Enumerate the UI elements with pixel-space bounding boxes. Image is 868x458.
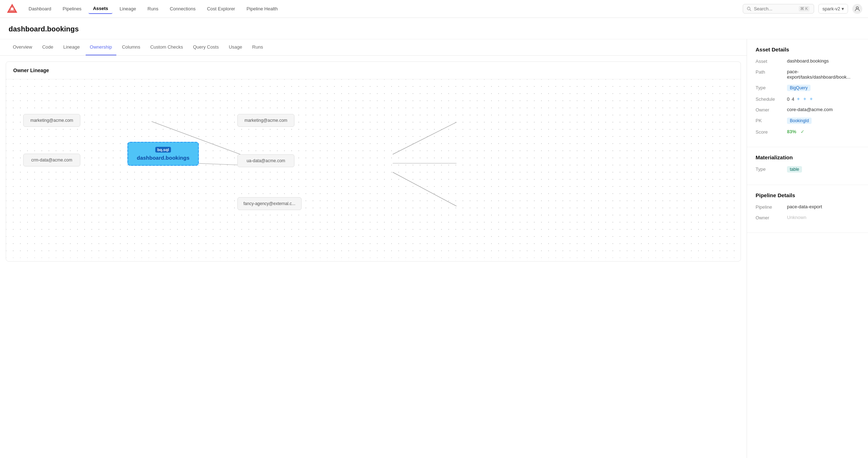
tab-overview[interactable]: Overview (9, 39, 36, 55)
score-value: 83% (787, 129, 796, 134)
detail-row-score: Score 83% ✓ (756, 129, 859, 135)
detail-row-pipeline: Pipeline pace-data-export (756, 204, 859, 210)
detail-row-pk: PK BookingId (756, 118, 859, 124)
tab-columns[interactable]: Columns (118, 39, 145, 55)
detail-value-owner: core-data@acme.com (787, 107, 833, 112)
nav-item-pipeline-health[interactable]: Pipeline Health (242, 4, 282, 14)
detail-label-pipeline-owner: Owner (756, 215, 784, 220)
asset-details-section: Asset Details Asset dashboard.bookings P… (747, 39, 868, 147)
tab-custom-checks[interactable]: Custom Checks (146, 39, 187, 55)
detail-row-mat-type: Type table (756, 166, 859, 173)
page-title-bar: dashboard.bookings (0, 18, 868, 39)
detail-label-schedule: Schedule (756, 96, 784, 102)
nav-item-connections[interactable]: Connections (166, 4, 200, 14)
connection-lines (6, 79, 741, 258)
detail-row-owner: Owner core-data@acme.com (756, 107, 859, 113)
asset-details-title: Asset Details (756, 46, 859, 53)
page-title: dashboard.bookings (9, 25, 859, 33)
right-node-1-label: marketing@acme.com (244, 118, 287, 123)
env-selector[interactable]: spark-v2 ▾ (818, 4, 848, 14)
left-node-2[interactable]: crm-data@acme.com (23, 154, 80, 166)
detail-value-asset: dashboard.bookings (787, 58, 829, 64)
main-layout: Overview Code Lineage Ownership Columns … (0, 39, 868, 458)
nav-item-lineage[interactable]: Lineage (115, 4, 140, 14)
search-icon (747, 6, 752, 11)
pipeline-details-section: Pipeline Details Pipeline pace-data-expo… (747, 185, 868, 233)
detail-row-schedule: Schedule 0 4 ✦ ✦ ✦ (756, 96, 859, 102)
right-node-1[interactable]: marketing@acme.com (237, 114, 294, 127)
nav-item-pipelines[interactable]: Pipelines (59, 4, 86, 14)
svg-point-5 (856, 7, 858, 9)
tab-lineage[interactable]: Lineage (59, 39, 84, 55)
nav-item-assets[interactable]: Assets (89, 4, 112, 14)
right-node-2[interactable]: ua-data@acme.com (237, 154, 294, 167)
nav-item-dashboard[interactable]: Dashboard (24, 4, 56, 14)
detail-value-path: pace-export/tasks/dashboard/book... (787, 69, 859, 80)
central-node[interactable]: bq.sql dashboard.bookings (127, 142, 199, 166)
nav-item-runs[interactable]: Runs (143, 4, 162, 14)
materialization-section: Materialization Type table (747, 147, 868, 185)
graph-area: marketing@acme.com crm-data@acme.com bq.… (6, 79, 741, 258)
tab-query-costs[interactable]: Query Costs (189, 39, 223, 55)
svg-point-3 (747, 7, 750, 10)
left-node-2-label: crm-data@acme.com (31, 158, 72, 163)
svg-rect-2 (11, 8, 13, 10)
materialization-title: Materialization (756, 154, 859, 160)
detail-label-type: Type (756, 85, 784, 90)
chevron-down-icon: ▾ (842, 6, 844, 11)
owner-lineage-title: Owner Lineage (6, 62, 741, 79)
right-node-3-label: fancy-agency@external.c... (243, 201, 296, 206)
type-tag: BigQuery (787, 85, 811, 91)
sidebar: Asset Details Asset dashboard.bookings P… (747, 39, 868, 458)
nav-right: ⌘ K spark-v2 ▾ (743, 4, 862, 14)
detail-label-pipeline: Pipeline (756, 204, 784, 210)
right-node-3[interactable]: fancy-agency@external.c... (237, 197, 302, 210)
detail-label-score: Score (756, 129, 784, 135)
user-avatar[interactable] (852, 4, 862, 14)
detail-label-mat-type: Type (756, 166, 784, 172)
tab-code[interactable]: Code (38, 39, 57, 55)
owner-lineage-panel: Owner Lineage marketing@acme.com (6, 61, 741, 262)
pipeline-details-title: Pipeline Details (756, 192, 859, 198)
tab-ownership[interactable]: Ownership (86, 39, 116, 55)
env-label: spark-v2 (822, 6, 840, 11)
detail-label-path: Path (756, 69, 784, 75)
schedule-value: 0 4 ✦ ✦ ✦ (787, 96, 813, 102)
mat-type-tag: table (787, 166, 802, 173)
nav-item-cost-explorer[interactable]: Cost Explorer (203, 4, 239, 14)
svg-line-4 (750, 9, 751, 11)
content-area: Overview Code Lineage Ownership Columns … (0, 39, 747, 458)
svg-line-10 (393, 172, 456, 206)
search-box[interactable]: ⌘ K (743, 4, 814, 14)
left-node-1[interactable]: marketing@acme.com (23, 114, 80, 127)
left-node-1-label: marketing@acme.com (30, 118, 73, 123)
top-nav: Dashboard Pipelines Assets Lineage Runs … (0, 0, 868, 18)
detail-value-pipeline-owner: Unknown (787, 215, 806, 220)
central-label: dashboard.bookings (135, 155, 191, 161)
search-input[interactable] (754, 6, 797, 11)
detail-row-path: Path pace-export/tasks/dashboard/book... (756, 69, 859, 80)
detail-row-type: Type BigQuery (756, 85, 859, 91)
detail-label-owner: Owner (756, 107, 784, 113)
right-node-2-label: ua-data@acme.com (247, 158, 285, 163)
detail-label-pk: PK (756, 118, 784, 123)
score-check-icon: ✓ (801, 129, 804, 134)
sub-nav: Overview Code Lineage Ownership Columns … (0, 39, 747, 56)
pk-tag: BookingId (787, 118, 812, 124)
detail-label-asset: Asset (756, 58, 784, 64)
detail-row-pipeline-owner: Owner Unknown (756, 215, 859, 220)
tab-usage[interactable]: Usage (224, 39, 247, 55)
svg-line-8 (393, 122, 456, 154)
detail-row-asset: Asset dashboard.bookings (756, 58, 859, 64)
central-badge: bq.sql (155, 147, 171, 153)
search-shortcut: ⌘ K (799, 6, 809, 11)
logo[interactable] (6, 3, 19, 15)
detail-value-pipeline: pace-data-export (787, 204, 822, 209)
tab-runs[interactable]: Runs (248, 39, 267, 55)
